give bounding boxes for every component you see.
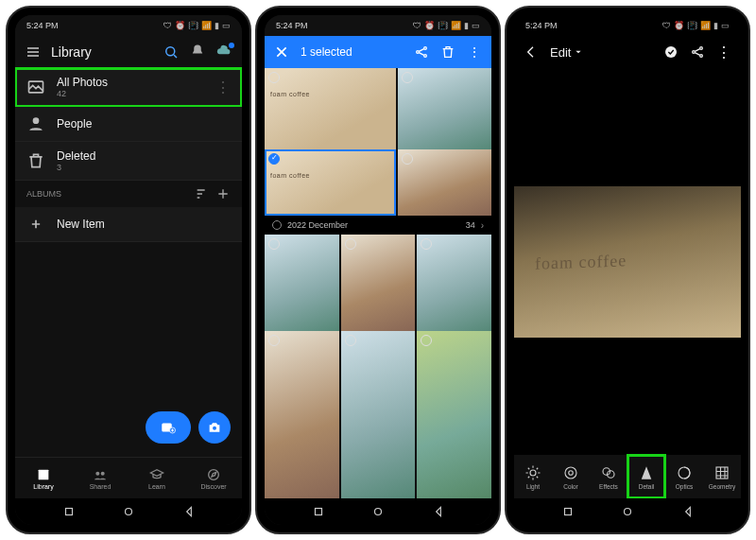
library-header: Library (15, 36, 242, 68)
bell-icon[interactable] (189, 44, 206, 61)
edit-canvas[interactable]: foam coffee (514, 68, 741, 455)
camera-button[interactable] (198, 411, 231, 444)
svg-point-29 (625, 509, 631, 515)
select-ring-icon[interactable] (345, 238, 356, 250)
tool-geometry[interactable]: Geometry (703, 455, 741, 498)
row-label: New Item (57, 218, 105, 231)
photo-tile[interactable] (265, 235, 339, 331)
phone-library: 5:24 PM 🛡 ⏰ 📳 📶 ▮ ▭ Library (6, 6, 251, 534)
image-caption: foam coffee (535, 251, 627, 273)
svg-point-7 (95, 471, 99, 475)
android-nav (15, 498, 242, 525)
photo-tile[interactable] (398, 68, 491, 149)
select-ring-icon[interactable] (402, 72, 413, 83)
library-list: All Photos 42 ⋮ People (15, 68, 242, 181)
select-ring-icon[interactable] (268, 72, 280, 83)
alarm-icon: ⏰ (674, 21, 684, 30)
status-time: 5:24 PM (525, 21, 558, 30)
vibrate-icon: 📳 (438, 21, 448, 30)
row-new-item[interactable]: New Item (15, 207, 242, 242)
tool-color[interactable]: Color (552, 455, 590, 498)
svg-rect-10 (65, 509, 72, 515)
nav-label: Shared (90, 483, 112, 490)
row-label: Deleted (57, 149, 95, 163)
add-photo-button[interactable] (146, 411, 191, 444)
signal-icon: ▮ (464, 21, 469, 30)
add-icon[interactable] (215, 186, 231, 201)
shield-icon: 🛡 (163, 21, 172, 30)
tool-effects[interactable]: Effects (590, 455, 627, 498)
confirm-icon[interactable] (663, 44, 679, 60)
photo-grid: 2022 December 34 › (265, 68, 491, 498)
battery-icon: ▭ (721, 21, 730, 30)
share-icon[interactable] (690, 44, 705, 60)
chevron-right-icon[interactable]: › (481, 220, 484, 231)
photo-tile-selected[interactable] (265, 149, 396, 216)
share-icon[interactable] (414, 44, 429, 60)
edit-image: foam coffee (514, 186, 741, 338)
photo-tile[interactable] (341, 331, 416, 498)
recents-button[interactable] (312, 505, 325, 518)
back-button[interactable] (681, 505, 695, 518)
row-all-photos[interactable]: All Photos 42 ⋮ (15, 68, 242, 107)
nav-shared[interactable]: Shared (72, 458, 129, 498)
photo-tile[interactable] (398, 149, 491, 216)
recents-button[interactable] (62, 505, 76, 518)
select-ring-icon[interactable] (402, 153, 413, 165)
plus-box-icon (26, 215, 45, 234)
photo-tile[interactable] (417, 331, 491, 498)
nav-library[interactable]: Library (15, 458, 72, 498)
select-ring-icon[interactable] (268, 153, 280, 165)
search-person-icon[interactable] (163, 44, 180, 61)
cloud-sync-icon[interactable] (215, 44, 232, 61)
row-deleted[interactable]: Deleted 3 (15, 142, 242, 181)
close-icon[interactable] (274, 44, 289, 60)
kebab-icon[interactable]: ⋮ (467, 44, 482, 60)
page-title: Library (51, 44, 153, 60)
svg-rect-27 (716, 467, 728, 479)
select-ring-icon[interactable] (421, 335, 432, 346)
select-ring-icon[interactable] (268, 335, 280, 346)
signal-icon: ▮ (713, 21, 718, 30)
kebab-icon[interactable]: ⋮ (716, 44, 731, 60)
svg-rect-15 (315, 509, 321, 515)
nav-discover[interactable]: Discover (185, 458, 242, 498)
edit-title[interactable]: Edit (550, 45, 652, 60)
back-button[interactable] (182, 505, 196, 518)
menu-icon[interactable] (25, 44, 42, 61)
status-bar: 5:24 PM 🛡 ⏰ 📳 📶 ▮ ▭ (265, 15, 491, 36)
photo-tile[interactable] (265, 331, 339, 498)
tool-light[interactable]: Light (514, 455, 552, 498)
svg-point-5 (213, 427, 216, 430)
status-bar: 5:24 PM 🛡 ⏰ 📳 📶 ▮ ▭ (15, 15, 242, 36)
row-people[interactable]: People (15, 107, 242, 142)
kebab-icon[interactable]: ⋮ (215, 78, 231, 96)
tool-label: Geometry (709, 483, 736, 490)
select-ring-icon[interactable] (421, 238, 432, 250)
trash-icon[interactable] (440, 44, 455, 60)
sort-icon[interactable] (195, 186, 210, 201)
photo-tile[interactable] (265, 68, 396, 149)
date-count: 34 (466, 220, 475, 230)
back-arrow-icon[interactable] (524, 44, 539, 60)
select-all-icon[interactable] (272, 220, 282, 230)
svg-point-2 (33, 117, 40, 124)
nav-learn[interactable]: Learn (129, 458, 185, 498)
row-label: All Photos (57, 76, 108, 89)
recents-button[interactable] (561, 505, 575, 518)
tool-detail[interactable]: Detail (627, 455, 665, 498)
select-ring-icon[interactable] (345, 335, 356, 346)
home-button[interactable] (621, 505, 634, 518)
back-button[interactable] (432, 505, 445, 518)
tool-label: Color (563, 483, 578, 490)
select-ring-icon[interactable] (268, 238, 280, 250)
date-strip[interactable]: 2022 December 34 › (265, 216, 491, 235)
tool-optics[interactable]: Optics (665, 455, 703, 498)
home-button[interactable] (122, 505, 135, 518)
svg-point-8 (101, 471, 105, 475)
photo-tile[interactable] (417, 235, 491, 331)
home-button[interactable] (371, 505, 385, 518)
bottom-nav: Library Shared Learn Discover (15, 457, 242, 498)
shield-icon: 🛡 (662, 21, 671, 30)
photo-tile[interactable] (341, 235, 416, 331)
